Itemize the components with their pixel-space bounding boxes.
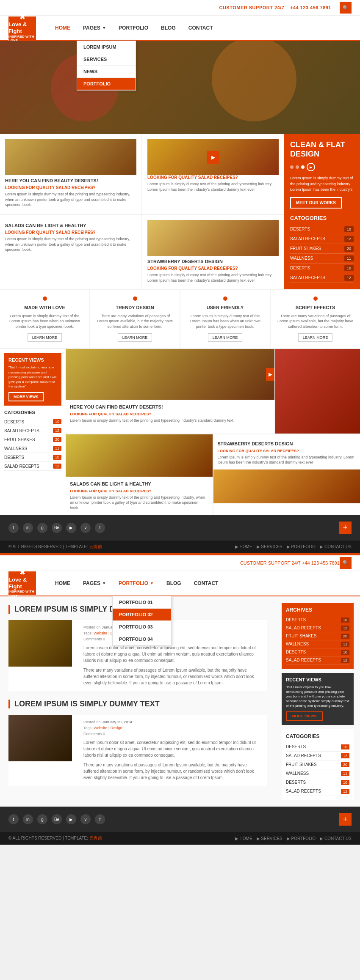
feature-card-3: SALADS CAN BE LIGHT & HEALTHY LOOKING FO… — [0, 215, 141, 289]
categories-title: CATOGORIES — [290, 215, 354, 221]
google-plus-icon[interactable]: g — [37, 523, 47, 533]
linkedin-icon[interactable]: in — [23, 523, 33, 533]
dropdown-services[interactable]: SERVICES — [77, 53, 136, 66]
p2-behance-icon[interactable]: Be — [52, 814, 62, 824]
right-image-col — [275, 349, 360, 434]
cat-name: WALLNESS — [290, 256, 313, 261]
first-content-section: HERE YOU CAN FIND BEAUTY DESERTS! LOOKIN… — [0, 134, 360, 289]
footer-contact[interactable]: ▶ CONTACT US — [320, 544, 352, 549]
learn-more-btn-3[interactable]: LEARN MORE — [208, 333, 243, 342]
add-button[interactable]: + — [339, 522, 352, 534]
p2-footer-services[interactable]: ▶ SERVICES — [257, 836, 282, 841]
support-phone: +44 123 456 7891 — [290, 5, 331, 10]
card-sub-salads: LOOKING FOR QUALITY SALAD RECEIPES? — [70, 489, 208, 493]
tag-website-2[interactable]: Website — [94, 726, 107, 730]
feature-title-2: TRENDY DESIGN — [95, 305, 174, 310]
card-arrow[interactable]: ▶ — [266, 368, 274, 381]
feature-text-4: There are many variations of passages of… — [276, 313, 355, 329]
feature-text-3: Lorem Ipsum is simply dummy text of the … — [186, 313, 265, 329]
twitter-icon[interactable]: t — [8, 523, 19, 533]
behance-icon[interactable]: Be — [52, 523, 62, 533]
tag-design-2[interactable]: Design — [111, 726, 122, 730]
p2-rv-title: RECENT VIEWS — [286, 677, 349, 682]
p2-logo[interactable]: ✖ Love & Fight INSPIRED WITH LOVE — [8, 571, 36, 595]
feature-made-with-love: MADE WITH LOVE Lorem Ipsum is simply dum… — [0, 290, 89, 349]
archive-fruit: FRUIT SHAKES 20 — [286, 632, 349, 640]
p2-google-icon[interactable]: g — [37, 814, 47, 824]
dot-1[interactable] — [290, 165, 294, 169]
p2-cat-fruit: FRUIT SHAKES 20 — [286, 760, 349, 769]
learn-more-btn-4[interactable]: LEARN MORE — [298, 333, 333, 342]
p2-footer-home[interactable]: ▶ HOME — [235, 836, 252, 841]
learn-more-btn-1[interactable]: LEARN MORE — [28, 333, 62, 342]
nav-blog[interactable]: BLOG — [155, 15, 182, 41]
archives-widget: ARCHIVES DESERTS 10 SALAD RECEPTS 12 FRU… — [282, 603, 354, 669]
p2-youtube-icon[interactable]: ▶ — [66, 814, 76, 824]
p2-cat-name: WALLNESS — [286, 771, 309, 776]
cat-count: 20 — [344, 246, 354, 252]
nav-pages[interactable]: PAGES ▼ LOREM IPSUM SERVICES NEWS PORTFO… — [77, 15, 112, 41]
nav-home[interactable]: HOME — [49, 15, 77, 41]
vimeo-icon[interactable]: v — [80, 523, 91, 533]
pages-arrow: ▼ — [102, 26, 106, 30]
p2-more-views-btn[interactable]: MORE VIEWS — [286, 711, 323, 721]
cat-count: 11 — [344, 255, 354, 261]
card-text-3: Lorem Ipsum is simply dummy text of the … — [5, 236, 136, 253]
more-views-button[interactable]: MORE VIEWS — [8, 392, 44, 401]
p2-vimeo-icon[interactable]: v — [80, 814, 91, 824]
p2-linkedin-icon[interactable]: in — [23, 814, 33, 824]
p2-search-button[interactable]: 🔍 — [340, 557, 352, 569]
p2-support-label: CUSTOMER SUPPORT 24/7 — [240, 560, 301, 565]
nav-portfolio[interactable]: PORTFOLIO — [112, 15, 155, 41]
food-image-right — [275, 349, 360, 434]
facebook-icon[interactable]: f — [95, 523, 105, 533]
logo[interactable]: ✖ Love & Fight INSPIRED WITH LOVE — [8, 16, 36, 40]
ls-cat-name: DESERTS — [4, 455, 24, 460]
p2-nav-portfolio[interactable]: PORTFOLIO ▼ PORTFOLIO 01 PORTFOLIO 02 PO… — [112, 571, 160, 596]
card-img-salads — [66, 434, 213, 477]
nav-contact[interactable]: CONTACT — [182, 15, 219, 41]
port-03[interactable]: PORTFOLIO 03 — [113, 621, 171, 633]
feature-title-4: SCRIPT EFFECTS — [276, 305, 355, 310]
dot-play[interactable]: ▶ — [307, 163, 315, 171]
dot-2[interactable] — [296, 165, 299, 169]
blog-post-img-1 — [8, 620, 72, 667]
port-04[interactable]: PORTFOLIO 04 — [113, 633, 171, 645]
meet-works-button[interactable]: MEET OUR WORKS — [290, 197, 342, 209]
search-button[interactable]: 🔍 — [340, 2, 352, 14]
p2-support-text: CUSTOMER SUPPORT 24/7 +44 123 456 7891 — [240, 560, 340, 565]
play-button[interactable]: ▶ — [207, 151, 219, 164]
p2-add-button[interactable]: + — [339, 813, 352, 826]
p2-nav-pages[interactable]: PAGES ▼ — [77, 571, 112, 596]
template-link[interactable]: 元宵前 — [89, 544, 102, 549]
panel-description: Lorem Ipsum is simply dummy text of the … — [290, 176, 354, 193]
p2-cat-deserts: DESERTS 10 — [286, 743, 349, 752]
p2-footer-portfolio[interactable]: ▶ PORTFOLIO — [287, 836, 316, 841]
p2-template-link[interactable]: 元宵前 — [89, 836, 102, 840]
hero-section — [0, 41, 360, 134]
learn-more-btn-2[interactable]: LEARN MORE — [118, 333, 152, 342]
cat-item-fruit: FRUIT SHAKES 20 — [290, 244, 354, 254]
p2-nav-contact[interactable]: CONTACT — [188, 571, 225, 596]
footer-services[interactable]: ▶ SERVICES — [257, 544, 282, 549]
archive-deserts2: DESERTS 10 — [286, 648, 349, 656]
dropdown-portfolio[interactable]: PORTFOLIO — [77, 78, 136, 90]
p2-footer-nav-links: ▶ HOME ▶ SERVICES ▶ PORTFOLIO ▶ CONTACT … — [235, 836, 352, 841]
footer-home[interactable]: ▶ HOME — [235, 544, 252, 549]
port-01[interactable]: PORTFOLIO 01 — [113, 596, 171, 609]
dot-3[interactable] — [301, 165, 305, 169]
p2-footer-contact[interactable]: ▶ CONTACT US — [320, 836, 352, 841]
footer-portfolio[interactable]: ▶ PORTFOLIO — [287, 544, 316, 549]
p2-facebook-icon[interactable]: f — [95, 814, 105, 824]
card-title-1: HERE YOU CAN FIND BEAUTY DESERTS! — [5, 178, 136, 184]
p2-twitter-icon[interactable]: t — [8, 814, 19, 824]
dropdown-lorem[interactable]: LOREM IPSUM — [77, 41, 136, 53]
posted-on-label-2: Posted on — [83, 720, 101, 724]
dropdown-news[interactable]: NEWS — [77, 66, 136, 78]
youtube-icon[interactable]: ▶ — [66, 523, 76, 533]
tag-website[interactable]: Website — [94, 631, 107, 635]
p2-nav-blog[interactable]: BLOG — [160, 571, 188, 596]
port-02[interactable]: PORTFOLIO 02 — [113, 609, 171, 621]
p2-nav-home[interactable]: HOME — [49, 571, 77, 596]
archive-count: 10 — [341, 650, 349, 655]
